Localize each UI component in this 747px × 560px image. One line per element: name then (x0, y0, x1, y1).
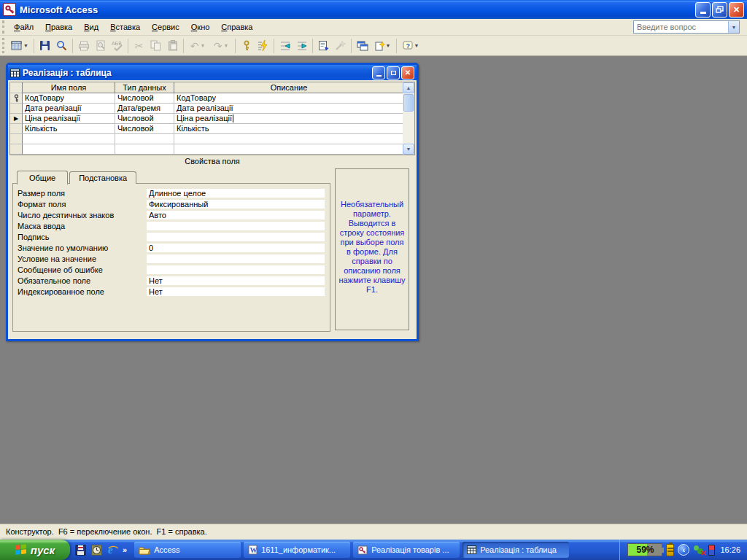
scrollbar-thumb[interactable] (403, 94, 414, 112)
tab-general[interactable]: Общие (17, 171, 68, 184)
spelling-button: АБВ (109, 37, 125, 54)
grid-vertical-scrollbar[interactable]: ▲ ▼ (403, 82, 414, 155)
restore-button[interactable] (712, 2, 727, 18)
row-selector[interactable] (10, 124, 23, 134)
decimal-places-input[interactable]: Авто (146, 210, 325, 220)
general-properties-pane: Размер поля Длинное целое Формат поля Фи… (12, 183, 330, 332)
mdi-workspace: Реалізація : таблица ✕ Имя поля Тип данн… (0, 57, 747, 524)
field-name-cell[interactable]: Ціна реалізації (23, 114, 115, 124)
menu-help[interactable]: Справка (215, 20, 258, 34)
property-label: Формат поля (18, 200, 146, 209)
quicklaunch-internet-explorer-icon[interactable]: e (107, 544, 119, 556)
taskbar-button-word-doc[interactable]: W 1611_информатик... (244, 542, 350, 558)
field-desc-cell-editing[interactable]: Ціна реалізації (174, 114, 404, 124)
column-header-description[interactable]: Описание (174, 82, 404, 93)
taskbar-button-access-folder[interactable]: Access (134, 542, 241, 558)
field-desc-cell[interactable] (174, 134, 404, 144)
doc-titlebar[interactable]: Реалізація : таблица ✕ (8, 65, 417, 80)
tab-lookup[interactable]: Подстановка (69, 171, 136, 184)
column-header-data-type[interactable]: Тип данных (115, 82, 174, 93)
field-type-cell[interactable]: Числовой (115, 93, 174, 104)
field-type-cell[interactable] (115, 134, 174, 144)
quicklaunch-overflow-chevron[interactable]: » (123, 545, 127, 554)
doc-maximize-button[interactable] (387, 66, 400, 79)
column-header-field-name[interactable]: Имя поля (23, 82, 115, 93)
menu-edit[interactable]: Правка (39, 20, 78, 34)
field-type-cell[interactable]: Числовой (115, 114, 174, 124)
menubar-grip[interactable] (2, 20, 6, 34)
insert-rows-button[interactable] (276, 37, 293, 54)
chevron-down-icon[interactable]: ▼ (728, 21, 739, 33)
row-selector-current[interactable]: ▶ (10, 114, 23, 124)
battery-status-icon[interactable] (666, 544, 674, 556)
menu-view[interactable]: Вид (78, 20, 104, 34)
messenger-offline-icon[interactable]: ✕ (693, 544, 705, 556)
field-name-cell[interactable] (23, 134, 115, 144)
validation-rule-input[interactable] (146, 254, 325, 264)
doc-minimize-button[interactable] (372, 66, 385, 79)
field-size-input[interactable]: Длинное целое (146, 188, 325, 198)
properties-button[interactable] (315, 37, 332, 54)
ask-question-input[interactable] (634, 22, 728, 32)
doc-close-button[interactable]: ✕ (401, 66, 414, 79)
help-button[interactable]: ? ▼ (399, 37, 422, 54)
indexed-input[interactable]: Нет (146, 287, 325, 297)
power-meter-icon[interactable] (708, 545, 715, 556)
scroll-up-icon[interactable]: ▲ (403, 82, 414, 93)
primary-key-button[interactable] (238, 37, 255, 54)
start-button[interactable]: пуск (0, 540, 70, 560)
field-type-cell[interactable]: Числовой (115, 124, 174, 134)
close-button[interactable]: ✕ (729, 2, 744, 18)
print-preview-button (92, 37, 109, 54)
taskbar-button-label: Access (154, 545, 179, 554)
format-input[interactable]: Фиксированный (146, 199, 325, 209)
row-selector[interactable] (10, 104, 23, 114)
file-search-button[interactable] (53, 37, 70, 54)
field-name-cell[interactable] (23, 144, 115, 155)
required-input[interactable]: Нет (146, 276, 325, 286)
access-app-icon (3, 3, 16, 16)
menu-insert[interactable]: Вставка (104, 20, 146, 34)
field-desc-cell[interactable] (174, 144, 404, 155)
scroll-down-icon[interactable]: ▼ (403, 144, 414, 155)
field-desc-cell[interactable]: Дата реалізації (174, 104, 404, 114)
validation-text-input[interactable] (146, 265, 325, 275)
field-name-cell[interactable]: Дата реалізації (23, 104, 115, 114)
field-name-cell[interactable]: Кількість (23, 124, 115, 134)
new-object-button[interactable]: ▼ (371, 37, 394, 54)
save-button[interactable] (36, 37, 53, 54)
field-name-cell[interactable]: КодТовару (23, 93, 115, 104)
quicklaunch-clock-icon[interactable] (90, 544, 103, 556)
table-design-window: Реалізація : таблица ✕ Имя поля Тип данн… (6, 63, 419, 341)
ask-question-box[interactable]: ▼ (633, 20, 740, 34)
print-button (75, 37, 92, 54)
minimize-button[interactable] (695, 2, 711, 18)
row-selector[interactable] (10, 134, 23, 144)
hide-tray-icons-chevron[interactable]: ‹ (678, 544, 689, 556)
field-desc-cell[interactable]: КодТовару (174, 93, 404, 104)
menu-window[interactable]: Окно (185, 20, 216, 34)
taskbar-button-table-active[interactable]: Реалізація : таблица (462, 542, 569, 558)
field-type-cell[interactable] (115, 144, 174, 155)
field-desc-cell[interactable]: Кількість (174, 124, 404, 134)
field-type-cell[interactable]: Дата/время (115, 104, 174, 114)
property-row: Условие на значение (18, 253, 325, 264)
battery-gauge: 59% (627, 543, 662, 556)
caption-input[interactable] (146, 232, 325, 242)
quicklaunch-disk-icon[interactable] (74, 544, 87, 556)
doc-content: Имя поля Тип данных Описание КодТовару Ч… (8, 80, 417, 338)
row-selector[interactable] (10, 144, 23, 155)
indexes-button[interactable] (255, 37, 271, 54)
menu-tools[interactable]: Сервис (146, 20, 185, 34)
windows-flag-icon (15, 544, 27, 556)
field-properties-caption: Свойства поля (9, 155, 415, 167)
delete-rows-button[interactable] (293, 37, 310, 54)
database-window-button[interactable] (354, 37, 371, 54)
menu-file[interactable]: Файл (8, 20, 39, 34)
input-mask-input[interactable] (146, 221, 325, 231)
default-value-input[interactable]: 0 (146, 243, 325, 253)
taskbar-button-access-database[interactable]: Реалізація товарів ... (353, 542, 460, 558)
toolbar-grip[interactable] (2, 38, 6, 54)
row-selector-primary-key[interactable] (10, 93, 23, 104)
view-design-button[interactable]: ▼ (8, 37, 31, 54)
